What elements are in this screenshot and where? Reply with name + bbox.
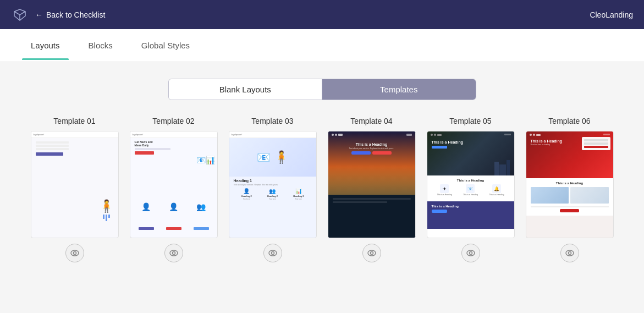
tmpl3-illustration: 📧 🧍	[257, 150, 289, 164]
template-6-preview[interactable]: This is a Heading Short text here for he…	[526, 131, 614, 238]
tmpl1-body	[31, 138, 118, 159]
tmpl4-nav	[328, 134, 415, 136]
template-2-preview[interactable]: logolpsum° Get News andIdeas Daily 📧 📊 👤…	[130, 131, 218, 238]
tab-global-styles[interactable]: Global Styles	[133, 31, 199, 60]
svg-point-2	[170, 250, 178, 256]
template-5-preview[interactable]: This is a Heading This is a Heading	[427, 131, 515, 238]
tmpl4-hero: This is a Heading Text about your servic…	[328, 131, 415, 195]
template-4-preview[interactable]: This is a Heading Text about your servic…	[328, 131, 416, 238]
svg-point-9	[469, 252, 472, 255]
tmpl6-body: This is a Heading	[526, 178, 613, 216]
tmpl5-white: This is a Heading ✈ This is a Heading 📧 …	[427, 175, 514, 201]
tmpl3-col1: 👤 Heading 2 Text here	[241, 188, 252, 200]
template-3-preview[interactable]: logolpsum° 📧 🧍 Heading 1 Text about your…	[229, 131, 317, 238]
tmpl3-nav: logolpsum°	[229, 131, 316, 138]
tmpl5-hero: This is a Heading	[427, 131, 514, 175]
template-4-preview-icon[interactable]	[362, 244, 381, 262]
template-6-label: Template 06	[548, 117, 590, 125]
tab-global-styles-label: Global Styles	[141, 41, 190, 50]
templates-grid: Template 01 logolpsum° 🧍	[11, 117, 633, 262]
template-item-2: Template 02 logolpsum° Get News andIdeas…	[130, 117, 218, 262]
tab-blocks-label: Blocks	[89, 41, 113, 50]
tmpl6-hero: This is a Heading Short text here for he…	[526, 131, 613, 178]
back-label: Back to Checklist	[46, 10, 105, 19]
svg-point-3	[172, 252, 175, 255]
blank-layouts-button[interactable]: Blank Layouts	[169, 79, 323, 100]
tmpl2-person1: 👤	[141, 202, 151, 211]
template-6-preview-icon[interactable]	[560, 244, 579, 262]
tmpl4-nav-icons	[332, 134, 343, 136]
tmpl5-dark-heading: This is a Heading	[432, 205, 510, 208]
tmpl1-field2	[36, 145, 69, 147]
tmpl6-form	[582, 137, 610, 150]
tmpl4-btns	[328, 151, 415, 155]
tab-layouts-label: Layouts	[31, 41, 60, 50]
tmpl2-person2: 👤	[169, 202, 178, 211]
tmpl5-heading: This is a Heading	[432, 140, 464, 149]
tmpl5-nav	[427, 134, 514, 136]
tmpl3-row3: 👤 Heading 2 Text here 👥 Heading 2 Text h…	[234, 188, 312, 200]
svg-point-8	[467, 250, 475, 256]
svg-point-7	[370, 252, 373, 255]
tmpl5-section-heading: This is a Heading	[432, 179, 510, 182]
tmpl2-person3: 👥	[196, 202, 206, 211]
tmpl3-text: Text about your service. Replace this te…	[234, 184, 312, 186]
template-item-1: Template 01 logolpsum° 🧍	[31, 117, 119, 262]
tab-bar: Layouts Blocks Global Styles	[0, 29, 644, 62]
tmpl2-illustration: 📧 📊	[194, 153, 217, 167]
tmpl3-figure: 🧍	[274, 150, 289, 164]
nav-left: ← Back to Checklist	[11, 6, 105, 24]
tmpl6-heading: This is a Heading Short text here for he…	[531, 139, 580, 146]
tmpl1-logo: logolpsum°	[34, 133, 45, 136]
svg-point-0	[71, 250, 79, 256]
tmpl5-dark: This is a Heading	[427, 201, 514, 229]
tmpl2-field	[135, 148, 170, 150]
tmpl1-field3	[36, 148, 69, 150]
tmpl6-nav	[526, 134, 613, 136]
tmpl3-col3: 📊 Heading 2 Text here	[293, 188, 304, 200]
tmpl4-water	[328, 167, 415, 195]
template-5-preview-icon[interactable]	[461, 244, 480, 262]
tmpl1-nav: logolpsum°	[31, 131, 118, 138]
tmpl5-buildings	[427, 159, 514, 175]
svg-point-4	[269, 250, 277, 256]
tmpl2-figure: 📧	[196, 156, 206, 164]
template-1-preview[interactable]: logolpsum° 🧍	[31, 131, 119, 238]
top-navigation: ← Back to Checklist CleoLanding	[0, 0, 644, 29]
toggle-container: Blank Layouts Templates	[11, 79, 633, 100]
tmpl4-heading: This is a Heading Text about your servic…	[328, 142, 415, 155]
template-item-5: Template 05 This is a He	[427, 117, 515, 262]
tmpl3-hero: 📧 🧍	[229, 138, 316, 177]
tmpl2-people: 👤 👤 👥	[130, 198, 217, 216]
tmpl3-col2: 👥 Heading 2 Text here	[267, 188, 278, 200]
template-3-preview-icon[interactable]	[263, 244, 282, 262]
template-3-label: Template 03	[251, 117, 293, 125]
tmpl3-person-icon: 📧	[257, 151, 271, 164]
tmpl4-lower	[328, 195, 415, 238]
tab-layouts[interactable]: Layouts	[22, 31, 69, 60]
app-title: CleoLanding	[590, 10, 633, 19]
tmpl3-content: Heading 1 Text about your service. Repla…	[229, 177, 316, 202]
tmpl1-person-icon: 🧍	[99, 199, 114, 213]
main-content: Blank Layouts Templates Template 01 logo…	[0, 62, 644, 313]
templates-button[interactable]: Templates	[322, 79, 476, 100]
svg-point-11	[568, 252, 571, 255]
tmpl2-heading: Get News andIdeas Daily	[135, 140, 213, 147]
logo-icon[interactable]	[11, 6, 29, 24]
template-5-label: Template 05	[449, 117, 491, 125]
template-2-preview-icon[interactable]	[164, 244, 183, 262]
arrow-left-icon: ←	[35, 10, 43, 19]
tmpl1-field1	[36, 141, 69, 144]
svg-point-6	[368, 250, 376, 256]
back-to-checklist-button[interactable]: ← Back to Checklist	[35, 10, 105, 19]
template-1-preview-icon[interactable]	[65, 244, 84, 262]
tab-blocks[interactable]: Blocks	[80, 31, 122, 60]
tmpl1-illustration: 🧍	[99, 199, 114, 221]
tmpl2-btns	[130, 225, 217, 232]
tmpl2-graph-icon: 📊	[206, 156, 215, 164]
tmpl1-btn	[36, 152, 63, 156]
template-item-3: Template 03 logolpsum° 📧 🧍 Heading 1 Tex…	[229, 117, 317, 262]
tmpl5-icons: ✈ This is a Heading 📧 This is a Heading …	[432, 184, 510, 196]
svg-point-10	[566, 250, 574, 256]
svg-point-5	[271, 252, 274, 255]
